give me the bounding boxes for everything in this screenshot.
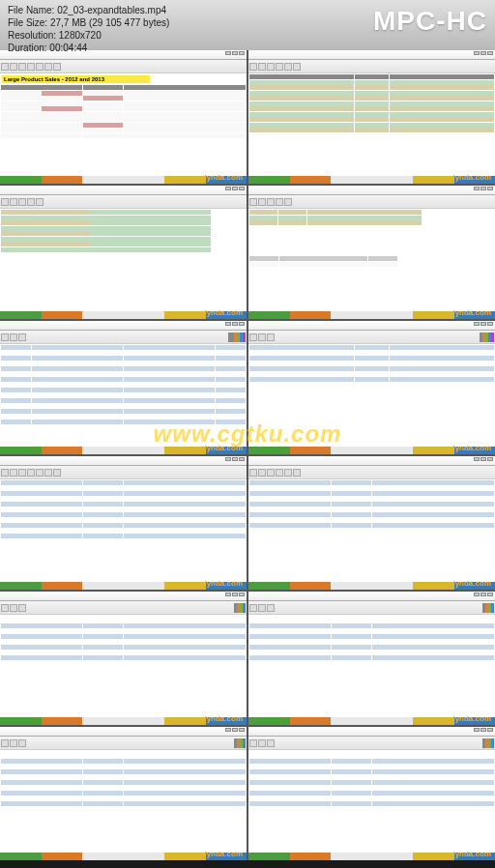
app-title: MPC-HC [373,6,487,37]
thumbnail-7[interactable]: lynda.com [0,456,247,590]
lynda-watermark: lynda.com [204,173,243,182]
sheet-title: Large Product Sales - 2012 and 2013 [2,75,150,83]
ribbon-toolbar [0,466,247,479]
spreadsheet-body [248,479,495,576]
ribbon-toolbar [248,601,495,615]
resolution-label: Resolution: [8,30,56,41]
lynda-watermark: lynda.com [204,579,243,588]
ribbon-toolbar [0,60,247,73]
window-titlebar [0,592,247,601]
spreadsheet-body: Large Product Sales - 2012 and 2013 [0,73,247,170]
filename-value: 02_03-expandtables.mp4 [57,5,166,15]
thumbnail-2[interactable]: lynda.com [248,50,495,184]
ribbon-toolbar [248,60,495,73]
window-titlebar [0,321,247,331]
lynda-watermark: lynda.com [204,444,243,452]
window-titlebar [248,456,495,466]
thumbnail-1[interactable]: Large Product Sales - 2012 and 2013 lynd… [0,50,247,184]
spreadsheet-body [248,73,495,170]
ribbon-toolbar [248,331,495,344]
ribbon-toolbar [0,737,247,750]
filename-label: File Name: [8,5,54,15]
spreadsheet-body [0,344,247,441]
spreadsheet-body [248,209,495,305]
window-titlebar [248,321,495,331]
window-titlebar [0,456,247,466]
spreadsheet-body [0,615,247,711]
thumbnail-8[interactable]: lynda.com [248,456,495,590]
ribbon-toolbar [248,466,495,479]
lynda-watermark: lynda.com [452,173,491,182]
duration-value: 00:04:44 [49,43,87,53]
filesize-value: 27,7 MB (29 105 477 bytes) [50,17,169,28]
lynda-watermark: lynda.com [452,850,491,858]
window-titlebar [248,186,495,195]
ribbon-toolbar [0,331,247,344]
lynda-watermark: lynda.com [204,850,243,858]
lynda-watermark: lynda.com [204,714,243,723]
thumbnail-4[interactable]: lynda.com [248,186,495,319]
lynda-watermark: lynda.com [452,308,491,317]
spreadsheet-body [248,344,495,441]
spreadsheet-body [0,209,247,305]
duration-label: Duration: [8,43,47,53]
resolution-value: 1280x720 [59,30,102,41]
ribbon-toolbar [248,737,495,750]
thumbnail-3[interactable]: lynda.com [0,186,247,319]
spreadsheet-body [0,479,247,576]
thumbnail-10[interactable]: lynda.com [248,592,495,725]
ribbon-toolbar [0,601,247,615]
lynda-watermark: lynda.com [452,444,491,452]
ribbon-toolbar [0,195,247,209]
window-titlebar [248,592,495,601]
lynda-watermark: lynda.com [204,308,243,317]
spreadsheet-body [248,750,495,847]
lynda-watermark: lynda.com [452,579,491,588]
media-info-bar: File Name: 02_03-expandtables.mp4 File S… [0,0,495,50]
thumbnail-5[interactable]: lynda.com [0,321,247,454]
thumbnail-grid: Large Product Sales - 2012 and 2013 lynd… [0,50,495,860]
thumbnail-6[interactable]: lynda.com [248,321,495,454]
window-titlebar [0,727,247,737]
window-titlebar [248,727,495,737]
filesize-label: File Size: [8,17,47,28]
window-titlebar [0,186,247,195]
ribbon-toolbar [248,195,495,209]
lynda-watermark: lynda.com [452,714,491,723]
spreadsheet-body [248,615,495,711]
spreadsheet-body [0,750,247,847]
thumbnail-12[interactable]: lynda.com [248,727,495,860]
thumbnail-11[interactable]: lynda.com [0,727,247,860]
thumbnail-9[interactable]: lynda.com [0,592,247,725]
